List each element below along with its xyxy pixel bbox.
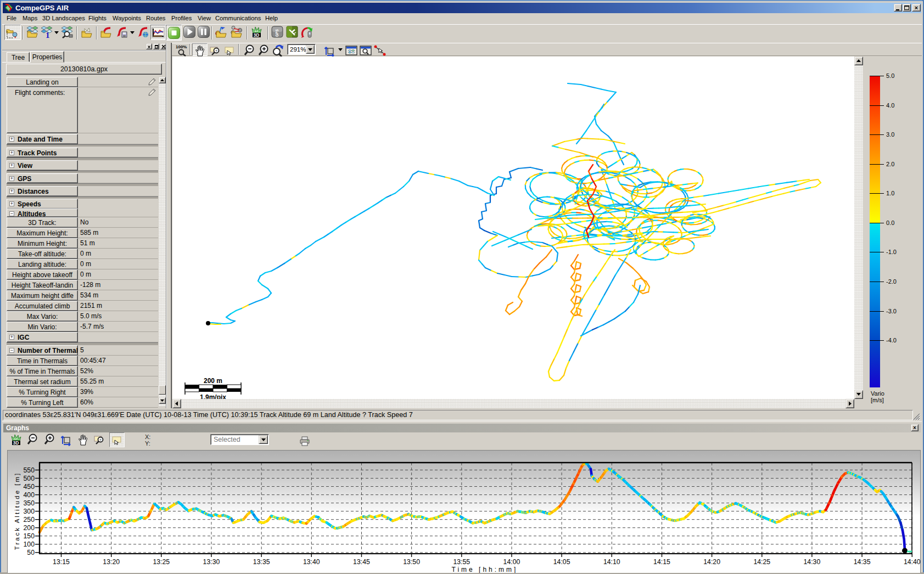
svg-text:14:00: 14:00 — [503, 558, 520, 566]
svg-text:14:05: 14:05 — [553, 558, 570, 566]
svg-text:13:30: 13:30 — [203, 558, 220, 566]
svg-text:13:25: 13:25 — [153, 558, 170, 566]
svg-text:14:25: 14:25 — [753, 558, 770, 566]
svg-text:Track Altitude [m]: Track Altitude [m] — [14, 472, 20, 550]
svg-text:100%: 100% — [176, 44, 187, 49]
svg-text:13:40: 13:40 — [303, 558, 320, 566]
svg-text:14:15: 14:15 — [653, 558, 670, 566]
svg-text:50: 50 — [27, 549, 35, 556]
svg-text:1: 1 — [46, 31, 50, 38]
svg-text:13:45: 13:45 — [353, 558, 370, 566]
svg-text:13:15: 13:15 — [53, 558, 70, 566]
svg-text:550: 550 — [23, 466, 35, 474]
svg-text:14:30: 14:30 — [804, 558, 821, 566]
svg-text:+: + — [215, 49, 217, 53]
svg-text:14:10: 14:10 — [603, 558, 620, 566]
svg-text:3D: 3D — [13, 440, 19, 446]
svg-text:300: 300 — [23, 508, 35, 515]
svg-text:13:50: 13:50 — [403, 558, 420, 566]
svg-text:14:20: 14:20 — [703, 558, 720, 566]
svg-text:100: 100 — [23, 541, 35, 548]
svg-text:13:55: 13:55 — [453, 558, 470, 566]
svg-text:350: 350 — [23, 499, 35, 507]
svg-text:250: 250 — [23, 516, 35, 524]
svg-text:+: + — [99, 438, 102, 442]
svg-text:Time [hh:mm]: Time [hh:mm] — [452, 566, 518, 573]
svg-text:13:35: 13:35 — [253, 558, 270, 566]
svg-text:500: 500 — [23, 475, 35, 482]
svg-text:400: 400 — [23, 491, 35, 499]
svg-text:150: 150 — [23, 532, 35, 540]
svg-text:3D: 3D — [254, 32, 260, 38]
svg-text:14:35: 14:35 — [854, 558, 871, 566]
svg-text:450: 450 — [23, 483, 35, 491]
svg-text:13:20: 13:20 — [103, 558, 120, 566]
svg-text:200: 200 — [23, 524, 35, 532]
svg-text:GPS: GPS — [275, 29, 279, 37]
svg-text:14:40: 14:40 — [904, 558, 921, 566]
